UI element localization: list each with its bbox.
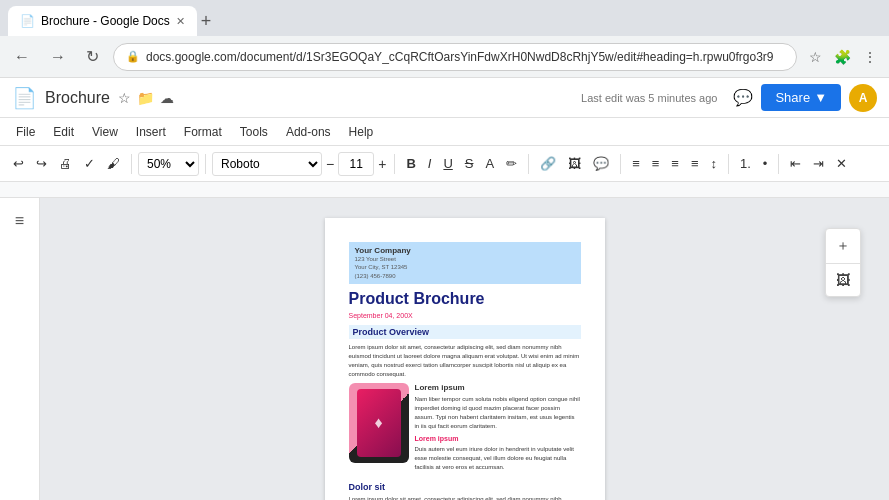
redo-button[interactable]: ↪ [31,152,52,175]
menu-file[interactable]: File [8,122,43,142]
link-button[interactable]: 🔗 [535,152,561,175]
doc-date: September 04, 200X [349,312,581,319]
strikethrough-button[interactable]: S [460,152,479,175]
outline-icon[interactable]: ≡ [9,206,30,236]
align-justify-button[interactable]: ≡ [686,152,704,175]
toolbar-separator-2 [205,154,206,174]
new-tab-button[interactable]: + [197,7,216,36]
indent-less-button[interactable]: ⇤ [785,152,806,175]
paint-format-button[interactable]: 🖌 [102,152,125,175]
line-spacing-button[interactable]: ↕ [706,152,723,175]
share-chevron-icon: ▼ [814,90,827,105]
bookmark-button[interactable]: ☆ [805,45,826,69]
doc-page: Your Company 123 Your Street Your City, … [325,218,605,500]
bold-button[interactable]: B [401,152,420,175]
toolbar-separator-7 [778,154,779,174]
address-bar-row: ← → ↻ 🔒 docs.google.com/document/d/1Sr3E… [0,36,889,78]
clear-format-button[interactable]: ✕ [831,152,852,175]
float-image-button[interactable]: 🖼 [826,264,860,296]
lorem-body-2: Duis autem vel eum iriure dolor in hendr… [415,445,581,472]
menu-view[interactable]: View [84,122,126,142]
highlight-button[interactable]: ✏ [501,152,522,175]
company-name: Your Company [355,246,575,255]
float-image-icon: 🖼 [836,272,850,288]
font-size-minus-button[interactable]: − [324,154,336,174]
lock-icon: 🔒 [126,50,140,63]
last-edit-text: Last edit was 5 minutes ago [581,92,717,104]
toolbar-separator-1 [131,154,132,174]
tab-close-btn[interactable]: ✕ [176,15,185,28]
phone-image: ♦ [349,383,409,463]
product-section: ♦ Lorem ipsum Nam liber tempor cum solut… [349,383,581,476]
lorem-subtitle: Lorem ipsum [415,435,581,442]
toolbar-separator-4 [528,154,529,174]
forward-button[interactable]: → [44,44,72,70]
menu-edit[interactable]: Edit [45,122,82,142]
company-phone: (123) 456-7890 [355,272,575,280]
address-bar[interactable]: 🔒 docs.google.com/document/d/1Sr3EGOQaY_… [113,43,797,71]
share-label: Share [775,90,810,105]
doc-title-text: Product Brochure [349,290,581,308]
phone-icon: ♦ [374,414,382,432]
font-size-input[interactable] [338,152,374,176]
image-button[interactable]: 🖼 [563,152,586,175]
docs-logo: 📄 [12,86,37,110]
menu-bar: File Edit View Insert Format Tools Add-o… [0,118,889,146]
menu-tools[interactable]: Tools [232,122,276,142]
lorem-title: Lorem ipsum [415,383,581,392]
toolbar: ↩ ↪ 🖨 ✓ 🖌 50% 75% 100% Roboto Arial − + … [0,146,889,182]
lorem-block: Lorem ipsum Nam liber tempor cum soluta … [415,383,581,476]
numbered-list-button[interactable]: 1. [735,152,756,175]
spellcheck-button[interactable]: ✓ [79,152,100,175]
share-button[interactable]: Share ▼ [761,84,841,111]
align-right-button[interactable]: ≡ [666,152,684,175]
toolbar-separator-6 [728,154,729,174]
toolbar-separator-3 [394,154,395,174]
extensions-button[interactable]: 🧩 [830,45,855,69]
menu-format[interactable]: Format [176,122,230,142]
zoom-select[interactable]: 50% 75% 100% [138,152,199,176]
menu-help[interactable]: Help [341,122,382,142]
comment-button[interactable]: 💬 [588,152,614,175]
align-center-button[interactable]: ≡ [647,152,665,175]
menu-insert[interactable]: Insert [128,122,174,142]
doc-scroll[interactable]: Your Company 123 Your Street Your City, … [40,198,889,500]
phone-screen: ♦ [357,389,401,457]
text-color-button[interactable]: A [480,152,499,175]
browser-tabs: 📄 Brochure - Google Docs ✕ + [8,0,215,36]
body-text-1: Lorem ipsum dolor sit amet, consectetur … [349,343,581,379]
company-city: Your City, ST 12345 [355,263,575,271]
print-button[interactable]: 🖨 [54,152,77,175]
active-tab[interactable]: 📄 Brochure - Google Docs ✕ [8,6,197,36]
star-icon[interactable]: ☆ [118,90,131,106]
browser-chrome: 📄 Brochure - Google Docs ✕ + [0,0,889,36]
lorem-body-1: Nam liber tempor cum soluta nobis eligen… [415,395,581,431]
bullet-list-button[interactable]: • [758,152,773,175]
doc-title[interactable]: Brochure [45,89,110,107]
underline-button[interactable]: U [438,152,457,175]
menu-button[interactable]: ⋮ [859,45,881,69]
folder-icon[interactable]: 📁 [137,90,154,106]
menu-addons[interactable]: Add-ons [278,122,339,142]
ruler [0,182,889,198]
toolbar-separator-5 [620,154,621,174]
font-select[interactable]: Roboto Arial [212,152,322,176]
undo-button[interactable]: ↩ [8,152,29,175]
address-text: docs.google.com/document/d/1Sr3EGOQaY_cC… [146,50,774,64]
chat-button[interactable]: 💬 [733,88,753,107]
company-address: 123 Your Street [355,255,575,263]
align-left-button[interactable]: ≡ [627,152,645,175]
sidebar-panel: ≡ [0,198,40,500]
float-add-icon: ＋ [836,237,850,253]
reload-button[interactable]: ↻ [80,43,105,70]
font-size-plus-button[interactable]: + [376,154,388,174]
float-add-button[interactable]: ＋ [826,229,860,263]
italic-button[interactable]: I [423,152,437,175]
back-button[interactable]: ← [8,44,36,70]
company-box: Your Company 123 Your Street Your City, … [349,242,581,284]
doc-area: ≡ Your Company 123 Your Street Your City… [0,198,889,500]
section2-title: Dolor sit [349,482,581,492]
indent-more-button[interactable]: ⇥ [808,152,829,175]
tab-favicon: 📄 [20,14,35,28]
user-avatar[interactable]: A [849,84,877,112]
